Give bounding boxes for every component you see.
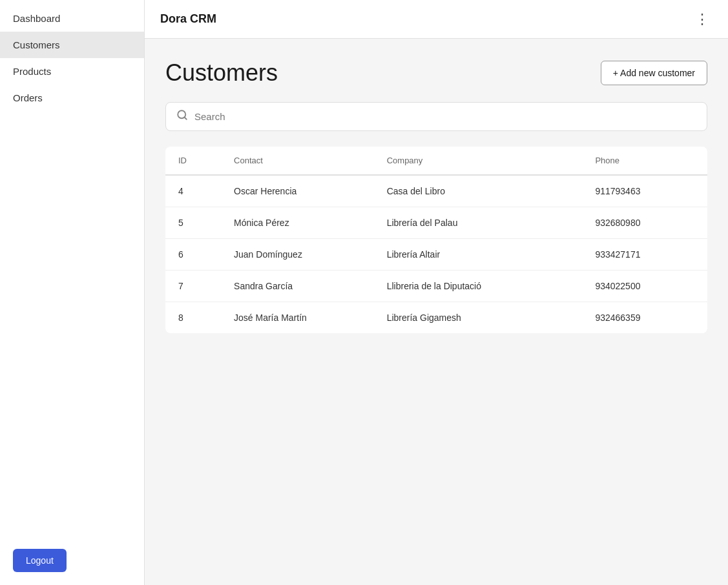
sidebar-item-customers[interactable]: Customers: [0, 32, 144, 58]
search-input[interactable]: [194, 111, 696, 122]
sidebar: Dashboard Customers Products Orders Logo…: [0, 0, 145, 585]
column-header-contact: Contact: [221, 147, 374, 175]
cell-company: Casa del Libro: [374, 175, 583, 207]
sidebar-item-dashboard[interactable]: Dashboard: [0, 5, 144, 32]
header-menu-button[interactable]: ⋮: [692, 9, 712, 30]
table-row[interactable]: 6Juan DomínguezLibrería Altair933427171: [165, 239, 707, 271]
cell-id: 8: [165, 302, 221, 334]
main-content: Dora CRM ⋮ Customers + Add new customer: [145, 0, 728, 585]
column-header-phone: Phone: [582, 147, 707, 175]
cell-company: Llibreria de la Diputació: [374, 271, 583, 302]
cell-company: Librería del Palau: [374, 207, 583, 239]
app-title: Dora CRM: [160, 12, 216, 26]
table-header-row: ID Contact Company Phone: [165, 147, 707, 175]
sidebar-item-label-orders: Orders: [13, 92, 43, 103]
cell-id: 5: [165, 207, 221, 239]
customers-table: ID Contact Company Phone 4Oscar Herencia…: [165, 147, 707, 333]
cell-contact: Oscar Herencia: [221, 175, 374, 207]
table-row[interactable]: 8José María MartínLibrería Gigamesh93246…: [165, 302, 707, 334]
cell-contact: Mónica Pérez: [221, 207, 374, 239]
cell-phone: 911793463: [582, 175, 707, 207]
cell-id: 7: [165, 271, 221, 302]
sidebar-item-label-customers: Customers: [13, 39, 60, 50]
table-row[interactable]: 4Oscar HerenciaCasa del Libro911793463: [165, 175, 707, 207]
search-bar: [165, 102, 707, 131]
cell-phone: 932466359: [582, 302, 707, 334]
table-row[interactable]: 7Sandra GarcíaLlibreria de la Diputació9…: [165, 271, 707, 302]
page-header: Customers + Add new customer: [165, 59, 707, 87]
sidebar-nav: Dashboard Customers Products Orders: [0, 0, 144, 536]
sidebar-item-label-products: Products: [13, 66, 51, 77]
search-icon: [176, 109, 188, 124]
table-body: 4Oscar HerenciaCasa del Libro9117934635M…: [165, 175, 707, 333]
more-options-icon: ⋮: [695, 12, 710, 26]
page-content: Customers + Add new customer ID Contact: [145, 39, 728, 585]
cell-contact: Sandra García: [221, 271, 374, 302]
cell-company: Librería Gigamesh: [374, 302, 583, 334]
cell-phone: 934022500: [582, 271, 707, 302]
cell-phone: 933427171: [582, 239, 707, 271]
app-header: Dora CRM ⋮: [145, 0, 728, 39]
sidebar-logout-area: Logout: [0, 536, 144, 585]
customers-table-container: ID Contact Company Phone 4Oscar Herencia…: [165, 147, 707, 333]
table-row[interactable]: 5Mónica PérezLibrería del Palau932680980: [165, 207, 707, 239]
add-customer-button[interactable]: + Add new customer: [601, 61, 707, 85]
svg-line-1: [184, 117, 186, 119]
cell-company: Librería Altair: [374, 239, 583, 271]
sidebar-item-products[interactable]: Products: [0, 58, 144, 85]
cell-contact: Juan Domínguez: [221, 239, 374, 271]
logout-button[interactable]: Logout: [13, 549, 67, 572]
page-title: Customers: [165, 59, 278, 87]
column-header-company: Company: [374, 147, 583, 175]
column-header-id: ID: [165, 147, 221, 175]
cell-id: 6: [165, 239, 221, 271]
sidebar-item-label-dashboard: Dashboard: [13, 13, 60, 24]
cell-phone: 932680980: [582, 207, 707, 239]
cell-id: 4: [165, 175, 221, 207]
sidebar-item-orders[interactable]: Orders: [0, 85, 144, 111]
cell-contact: José María Martín: [221, 302, 374, 334]
